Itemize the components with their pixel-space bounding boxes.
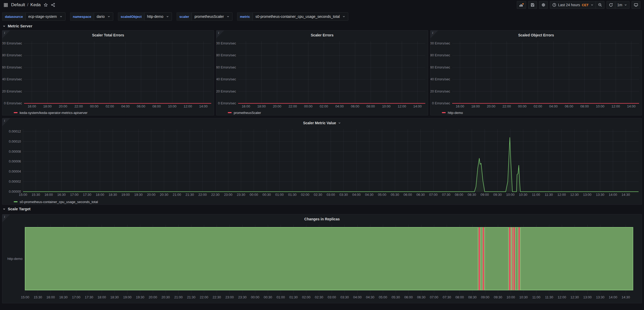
svg-text:05:30: 05:30 [391, 295, 400, 299]
svg-text:05:30: 05:30 [391, 193, 399, 197]
svg-text:40 Errors/sec: 40 Errors/sec [430, 77, 450, 81]
svg-text:40 Errors/sec: 40 Errors/sec [2, 77, 22, 81]
variable-value-dropdown[interactable]: ecp-stage-system [25, 12, 65, 21]
svg-text:10:00: 10:00 [506, 193, 515, 197]
variable-value-dropdown[interactable]: prometheusScaler [192, 12, 232, 21]
time-range-label: Last 24 hours [558, 3, 580, 7]
panel-scaled-object-errors: i Scaled Object Errors 16:0018:0020:0022… [430, 30, 642, 115]
zoom-out-time-button[interactable] [596, 1, 604, 9]
svg-text:13:00: 13:00 [583, 193, 592, 197]
svg-text:12:00: 12:00 [557, 193, 566, 197]
chart-scaled-object-errors[interactable]: 16:0018:0020:0022:0000:0002:0004:0006:00… [430, 40, 642, 109]
variable-label: namespace [70, 12, 94, 21]
breadcrumb[interactable]: Default / Keda [11, 2, 41, 7]
svg-text:01:00: 01:00 [276, 295, 285, 299]
refresh-interval-picker[interactable]: 1m [615, 1, 630, 9]
row-header-metric-server[interactable]: Metric Server [0, 22, 644, 29]
svg-text:20 Errors/sec: 20 Errors/sec [216, 89, 236, 93]
apps-grid-icon[interactable] [4, 3, 8, 7]
legend-item[interactable]: http-demo [430, 109, 642, 116]
chevron-down-icon [338, 121, 341, 125]
chart-scaler-errors[interactable]: 16:0018:0020:0022:0000:0002:0004:0006:00… [216, 40, 428, 109]
svg-text:22:00: 22:00 [289, 104, 297, 108]
svg-text:09:30: 09:30 [493, 193, 502, 197]
legend-label[interactable]: s0-prometheus-container_cpu_usage_second… [20, 200, 98, 204]
svg-text:02:00: 02:00 [301, 193, 309, 197]
row-header-scale-target[interactable]: Scale Target [0, 205, 644, 212]
panel-title[interactable]: Changes in Replicas [2, 214, 642, 224]
chart-changes-in-replicas[interactable]: 15:0015:3016:0016:3017:0017:3018:0018:30… [2, 224, 642, 304]
svg-text:14:00: 14:00 [199, 104, 208, 108]
svg-text:17:30: 17:30 [83, 193, 92, 197]
svg-text:16:00: 16:00 [44, 193, 53, 197]
svg-text:00:00: 00:00 [90, 104, 99, 108]
legend-item[interactable]: prometheusScaler [216, 109, 428, 116]
svg-text:22:30: 22:30 [211, 193, 220, 197]
chart-scaler-metric-value[interactable]: 15:0015:3016:0016:3017:0017:3018:0018:30… [2, 128, 642, 198]
breadcrumb-separator: / [27, 2, 28, 7]
svg-text:14:00: 14:00 [627, 104, 636, 108]
star-icon[interactable] [44, 3, 48, 7]
svg-text:18:00: 18:00 [471, 104, 480, 108]
save-icon [531, 3, 535, 7]
svg-text:06:30: 06:30 [417, 295, 426, 299]
svg-text:10:00: 10:00 [168, 104, 177, 108]
legend-item[interactable]: s0-prometheus-container_cpu_usage_second… [2, 198, 642, 205]
variable-namespace: namespace dario [70, 12, 113, 21]
chevron-down-icon [59, 15, 63, 18]
svg-text:00:00: 00:00 [251, 295, 260, 299]
refresh-icon [609, 3, 613, 7]
panel-title[interactable]: Scaler Total Errors [2, 30, 214, 40]
svg-text:22:00: 22:00 [503, 104, 511, 108]
svg-text:14:30: 14:30 [622, 295, 630, 299]
legend-label[interactable]: prometheusScaler [234, 111, 261, 115]
svg-text:16:00: 16:00 [28, 104, 36, 108]
svg-text:03:00: 03:00 [328, 295, 336, 299]
svg-text:16:00: 16:00 [242, 104, 250, 108]
svg-text:0.00004: 0.00004 [9, 169, 21, 173]
panel-title[interactable]: Scaler Metric Value [2, 118, 642, 128]
svg-text:08:00: 08:00 [367, 104, 375, 108]
template-variables-row: datasource ecp-stage-system namespace da… [0, 10, 644, 22]
svg-text:07:30: 07:30 [443, 295, 451, 299]
save-dashboard-button[interactable] [528, 1, 537, 9]
svg-text:09:30: 09:30 [494, 295, 502, 299]
legend-marker [228, 112, 232, 113]
panel-scaler-metric-value: i Scaler Metric Value 15:0015:3016:0016:… [2, 118, 642, 205]
svg-text:07:00: 07:00 [429, 193, 438, 197]
panel-title[interactable]: Scaler Errors [216, 30, 428, 40]
svg-text:00:30: 00:30 [264, 295, 272, 299]
legend-label[interactable]: http-demo [448, 111, 463, 115]
chart-scaler-total-errors[interactable]: 16:0018:0020:0022:0000:0002:0004:0006:00… [2, 40, 214, 109]
variable-value-dropdown[interactable]: http-demo [144, 12, 172, 21]
legend-item[interactable]: keda-system/keda-operator-metrics-apiser… [2, 109, 214, 116]
svg-text:http-demo: http-demo [7, 257, 22, 261]
legend-marker [14, 112, 18, 113]
variable-value-dropdown[interactable]: s0-prometheus-container_cpu_usage_second… [253, 12, 348, 21]
breadcrumb-folder[interactable]: Default [11, 2, 25, 7]
svg-text:02:30: 02:30 [315, 295, 323, 299]
add-panel-button[interactable] [517, 1, 526, 9]
svg-text:17:00: 17:00 [72, 295, 80, 299]
timezone-label: CET [582, 3, 589, 7]
chevron-down-icon [3, 207, 6, 211]
svg-text:06:00: 06:00 [404, 295, 413, 299]
cycle-view-mode-button[interactable] [632, 1, 640, 9]
variable-scaler: scaler prometheusScaler [177, 12, 232, 21]
legend-label[interactable]: keda-system/keda-operator-metrics-apiser… [20, 111, 87, 115]
panel-title[interactable]: Scaled Object Errors [430, 30, 642, 40]
variable-value-dropdown[interactable]: dario [94, 12, 113, 21]
svg-text:05:00: 05:00 [378, 193, 387, 197]
legend-marker [14, 201, 18, 202]
svg-text:12:00: 12:00 [558, 295, 566, 299]
svg-text:100 Errors/sec: 100 Errors/sec [216, 41, 236, 45]
chevron-down-icon [624, 3, 627, 6]
refresh-button[interactable] [607, 1, 615, 9]
time-range-picker[interactable]: Last 24 hours CET [550, 1, 596, 9]
svg-text:11:30: 11:30 [545, 193, 553, 197]
svg-text:07:30: 07:30 [442, 193, 451, 197]
dashboard-settings-button[interactable] [539, 1, 548, 9]
svg-text:22:00: 22:00 [200, 295, 208, 299]
share-icon[interactable] [51, 3, 55, 7]
svg-text:04:00: 04:00 [353, 295, 362, 299]
